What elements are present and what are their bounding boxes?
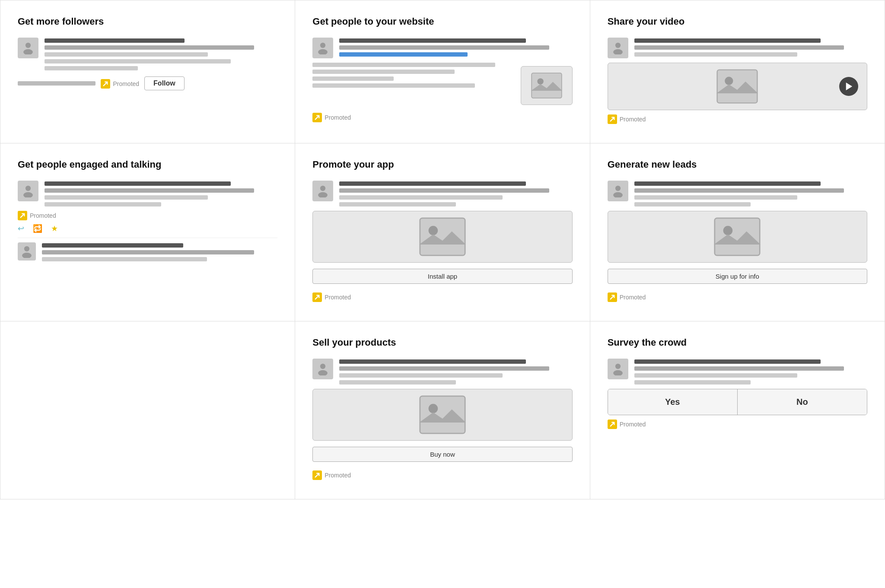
install-app-button[interactable]: Install app xyxy=(312,269,572,284)
cell-title-website: Get people to your website xyxy=(312,16,572,27)
promoted-icon xyxy=(101,79,110,89)
tweet-lines-app xyxy=(339,181,572,207)
cell-leads: Generate new leads Sign up for info xyxy=(590,143,885,321)
avatar-survey xyxy=(608,359,628,379)
cell-video: Share your video xyxy=(590,0,885,143)
cell-title-video: Share your video xyxy=(608,16,867,27)
follow-button[interactable]: Follow xyxy=(144,76,185,90)
cell-title-products: Sell your products xyxy=(312,337,572,348)
website-image xyxy=(521,66,573,105)
reply-tweet xyxy=(18,238,277,261)
cell-followers: Get more followers xyxy=(0,0,295,143)
buy-now-button[interactable]: Buy now xyxy=(312,447,572,462)
promoted-badge-website: Promoted xyxy=(312,113,572,122)
avatar-website xyxy=(312,38,333,58)
promoted-icon-engaged xyxy=(18,211,27,220)
promoted-icon-app xyxy=(312,292,322,302)
tweet-card-video: Promoted xyxy=(608,38,867,124)
cell-title-followers: Get more followers xyxy=(18,16,277,27)
reply-lines xyxy=(42,242,277,261)
favorite-icon: ★ xyxy=(51,224,58,233)
cell-products: Sell your products Buy now xyxy=(295,321,590,499)
cell-survey: Survey the crowd Yes No xyxy=(590,321,885,499)
tweet-lines-engaged xyxy=(45,181,277,207)
cell-title-survey: Survey the crowd xyxy=(608,337,867,348)
cell-title-leads: Generate new leads xyxy=(608,159,867,170)
app-image xyxy=(312,211,572,263)
tweet-card-website: Promoted xyxy=(312,38,572,122)
tweet-card-survey: Yes No Promoted xyxy=(608,359,867,429)
promoted-text-leads: Promoted xyxy=(620,294,646,301)
avatar xyxy=(18,38,38,58)
signup-button[interactable]: Sign up for info xyxy=(608,269,867,284)
promoted-text-engaged: Promoted xyxy=(30,212,56,219)
promoted-badge-engaged: Promoted xyxy=(18,211,277,220)
engagement-actions: ↩ 🔁 ★ xyxy=(18,224,277,233)
tweet-card-products: Buy now Promoted xyxy=(312,359,572,480)
cell-empty xyxy=(0,321,295,499)
promoted-badge-products: Promoted xyxy=(312,470,572,480)
tweet-card-app: Install app Promoted xyxy=(312,181,572,302)
promoted-icon-leads xyxy=(608,292,617,302)
avatar-engaged xyxy=(18,181,38,201)
tweet-card-leads: Sign up for info Promoted xyxy=(608,181,867,302)
promoted-icon-products xyxy=(312,470,322,480)
retweet-icon: 🔁 xyxy=(33,224,42,233)
cell-app: Promote your app Install app xyxy=(295,143,590,321)
promoted-text-products: Promoted xyxy=(325,472,351,479)
products-image xyxy=(312,389,572,441)
promoted-badge-video: Promoted xyxy=(608,114,867,124)
tweet-lines-video xyxy=(634,38,867,57)
promoted-icon-website xyxy=(312,113,322,122)
avatar-leads xyxy=(608,181,628,201)
no-button[interactable]: No xyxy=(738,389,867,415)
promoted-text-app: Promoted xyxy=(325,294,351,301)
tweet-lines xyxy=(45,38,277,70)
promoted-text-followers: Promoted xyxy=(113,80,139,87)
promoted-badge-leads: Promoted xyxy=(608,292,867,302)
play-button xyxy=(839,77,858,96)
tweet-lines-products xyxy=(339,359,572,385)
cell-engaged: Get people engaged and talking Promoted xyxy=(0,143,295,321)
ad-formats-grid: Get more followers xyxy=(0,0,885,499)
cell-title-engaged: Get people engaged and talking xyxy=(18,159,277,170)
video-thumbnail xyxy=(608,63,867,110)
tweet-card-engaged: Promoted ↩ 🔁 ★ xyxy=(18,181,277,261)
promoted-badge-followers: Promoted xyxy=(101,79,139,89)
promoted-row-followers: Promoted Follow xyxy=(18,75,277,92)
avatar-app xyxy=(312,181,333,201)
yes-button[interactable]: Yes xyxy=(608,389,738,415)
promoted-text-video: Promoted xyxy=(620,116,646,123)
tweet-lines-survey xyxy=(634,359,867,385)
reply-avatar xyxy=(18,242,36,261)
survey-buttons: Yes No xyxy=(608,389,867,415)
promoted-icon-survey xyxy=(608,420,617,429)
website-content xyxy=(312,63,572,108)
tweet-lines-website xyxy=(339,38,572,57)
tweet-lines-leads xyxy=(634,181,867,207)
avatar-products xyxy=(312,359,333,379)
promoted-icon-video xyxy=(608,114,617,124)
promoted-badge-app: Promoted xyxy=(312,292,572,302)
avatar-video xyxy=(608,38,628,58)
promoted-text-survey: Promoted xyxy=(620,421,646,428)
cell-website: Get people to your website xyxy=(295,0,590,143)
leads-image xyxy=(608,211,867,263)
cell-title-app: Promote your app xyxy=(312,159,572,170)
reply-icon: ↩ xyxy=(18,224,24,233)
promoted-text-website: Promoted xyxy=(325,114,351,121)
tweet-card-followers: Promoted Follow xyxy=(18,38,277,92)
promoted-badge-survey: Promoted xyxy=(608,420,867,429)
